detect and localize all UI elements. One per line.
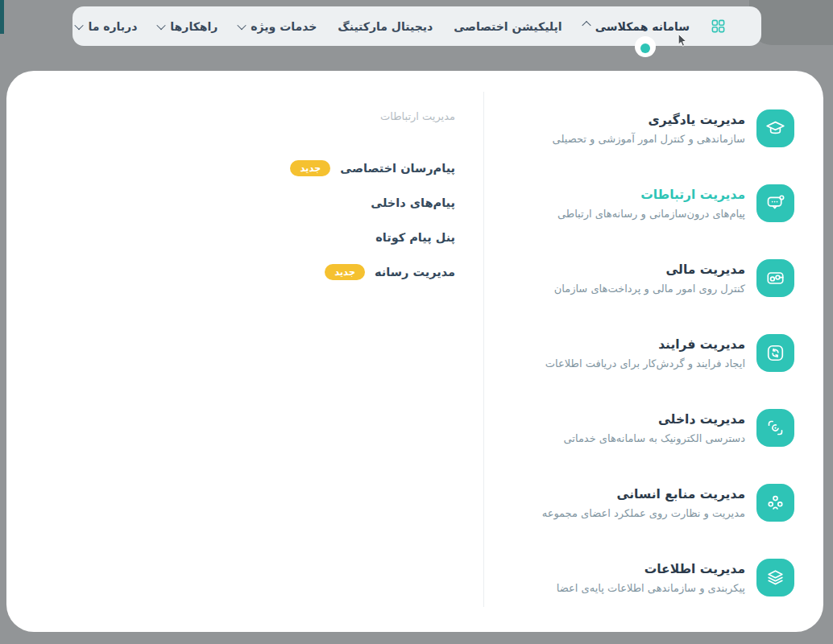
people-icon: [756, 484, 794, 522]
category-title: مدیریت فرایند: [545, 337, 745, 352]
category-subtitle: سازماندهی و کنترل امور آموزشی و تحصیلی: [553, 133, 745, 145]
nav-item-label: خدمات ویژه: [251, 20, 317, 33]
category-item[interactable]: مدیریت داخلی دسترسی الکترونیک به سامانه‌…: [542, 409, 794, 447]
submenu-item[interactable]: پنل پیام کوتاه: [375, 229, 455, 246]
sync-icon: [756, 334, 794, 372]
category-title: مدیریت ارتباطات: [557, 188, 745, 202]
nav-item[interactable]: خدمات ویژه: [238, 20, 317, 33]
category-item[interactable]: مدیریت منابع انسانی مدیریت و نظارت روی ع…: [542, 484, 794, 522]
nav-item[interactable]: دیجیتال مارکتینگ: [338, 20, 433, 33]
category-title: مدیریت منابع انسانی: [542, 487, 745, 502]
face-scan-icon: [756, 409, 794, 447]
category-text: مدیریت فرایند ایجاد فرایند و گردش‌کار بر…: [545, 337, 745, 369]
submenu-item-label: پیام‌های داخلی: [371, 196, 455, 209]
category-text: مدیریت یادگیری سازماندهی و کنترل امور آم…: [553, 113, 745, 145]
nav-item-label: راهکارها: [170, 20, 218, 33]
category-subtitle: کنترل روی امور مالی و پرداخت‌های سازمان: [554, 283, 745, 295]
category-text: مدیریت داخلی دسترسی الکترونیک به سامانه‌…: [563, 412, 745, 444]
category-item[interactable]: مدیریت یادگیری سازماندهی و کنترل امور آم…: [542, 109, 794, 147]
active-nav-dot-indicator: [640, 43, 650, 53]
background-page-sliver: [0, 0, 4, 34]
new-badge: جدید: [325, 264, 365, 280]
wallet-icon: [756, 259, 794, 297]
category-subtitle: دسترسی الکترونیک به سامانه‌های خدماتی: [563, 432, 745, 444]
submenu-item[interactable]: مدیریت رسانه جدید: [325, 263, 455, 281]
category-subtitle: ایجاد فرایند و گردش‌کار برای دریافت اطلا…: [545, 357, 745, 369]
category-list: مدیریت یادگیری سازماندهی و کنترل امور آم…: [542, 109, 794, 597]
submenu-header: مدیریت ارتباطات: [380, 109, 455, 124]
nav-item[interactable]: سامانه همکلاسی: [583, 20, 690, 33]
graduation-cap-icon: [756, 109, 794, 147]
category-subtitle: پیام‌های درون‌سازمانی و رسانه‌های ارتباط…: [557, 208, 745, 220]
nav-item-label: سامانه همکلاسی: [595, 20, 690, 33]
chevron-icon: [157, 20, 166, 29]
chat-icon: [756, 184, 794, 222]
category-item[interactable]: مدیریت ارتباطات پیام‌های درون‌سازمانی و …: [542, 184, 794, 222]
submenu-item-label: پنل پیام کوتاه: [375, 231, 455, 244]
top-navbar: سامانه همکلاسی اپلیکیشن اختصاصی دیجیتال …: [73, 6, 761, 46]
screen: سامانه همکلاسی اپلیکیشن اختصاصی دیجیتال …: [0, 0, 833, 644]
category-title: مدیریت اطلاعات: [557, 562, 745, 576]
nav-item-label: دیجیتال مارکتینگ: [338, 20, 433, 33]
nav-item[interactable]: راهکارها: [158, 20, 218, 33]
category-item[interactable]: مدیریت مالی کنترل روی امور مالی و پرداخت…: [542, 259, 794, 297]
nav-item[interactable]: درباره ما: [76, 20, 137, 33]
nav-item[interactable]: اپلیکیشن اختصاصی: [454, 20, 562, 33]
category-text: مدیریت منابع انسانی مدیریت و نظارت روی ع…: [542, 487, 745, 519]
submenu-item[interactable]: پیام‌رسان اختصاصی جدید: [290, 159, 455, 177]
category-text: مدیریت مالی کنترل روی امور مالی و پرداخت…: [554, 262, 745, 295]
apps-grid-icon[interactable]: [711, 19, 726, 34]
category-title: مدیریت مالی: [554, 262, 745, 277]
category-subtitle: پیکربندی و سازماندهی اطلاعات پایه‌ی اعضا: [557, 582, 745, 594]
megamenu-panel: مدیریت یادگیری سازماندهی و کنترل امور آم…: [6, 71, 823, 632]
category-item[interactable]: مدیریت اطلاعات پیکربندی و سازماندهی اطلا…: [542, 559, 794, 597]
submenu-column: مدیریت ارتباطات پیام‌رسان اختصاصی جدید پ…: [290, 109, 455, 298]
new-badge: جدید: [290, 160, 330, 176]
mouse-cursor: [675, 32, 691, 50]
background-page-blob: [749, 0, 833, 45]
category-text: مدیریت اطلاعات پیکربندی و سازماندهی اطلا…: [557, 562, 745, 594]
category-item[interactable]: مدیریت فرایند ایجاد فرایند و گردش‌کار بر…: [542, 334, 794, 372]
category-subtitle: مدیریت و نظارت روی عملکرد اعضای مجموعه: [542, 507, 745, 519]
nav-item-label: درباره ما: [88, 20, 137, 33]
submenu-item-label: پیام‌رسان اختصاصی: [340, 162, 455, 175]
category-text: مدیریت ارتباطات پیام‌های درون‌سازمانی و …: [557, 188, 745, 220]
category-title: مدیریت داخلی: [563, 412, 745, 427]
chevron-icon: [582, 20, 591, 29]
submenu-item[interactable]: پیام‌های داخلی: [371, 194, 455, 212]
submenu-item-label: مدیریت رسانه: [375, 266, 455, 279]
category-title: مدیریت یادگیری: [553, 113, 745, 127]
chevron-icon: [75, 20, 84, 29]
chevron-icon: [238, 20, 247, 29]
column-divider: [483, 92, 484, 607]
layers-icon: [756, 559, 794, 597]
nav-item-label: اپلیکیشن اختصاصی: [454, 20, 562, 33]
